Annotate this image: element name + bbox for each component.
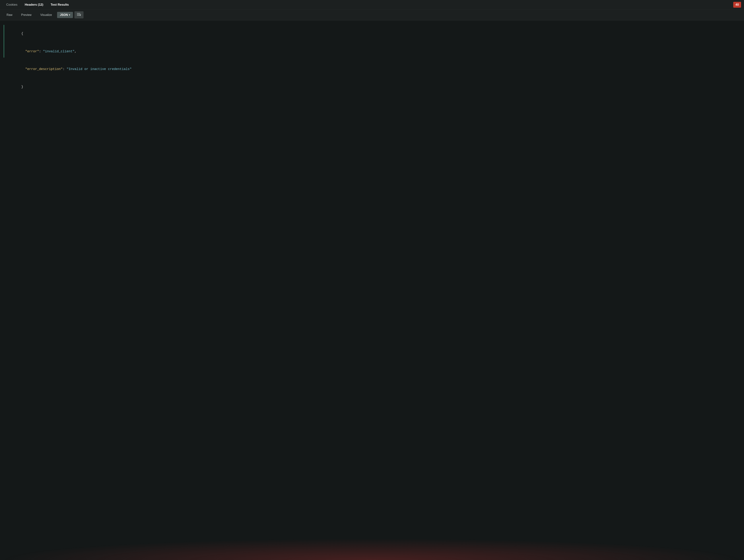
view-toolbar: Raw Preview Visualize JSON ▾ xyxy=(0,9,744,21)
comma-1: , xyxy=(74,50,76,53)
error-desc-key: "error_description" xyxy=(25,67,63,71)
error-description-line: "error_description": "Invalid or inactiv… xyxy=(9,60,740,78)
close-brace: } xyxy=(21,85,23,89)
chevron-down-icon: ▾ xyxy=(69,14,70,16)
tab-headers[interactable]: Headers (12) xyxy=(21,1,46,8)
wrap-icon xyxy=(77,13,81,17)
json-code-content: { "error": "invalid_client", "error_desc… xyxy=(7,25,740,96)
json-label: JSON xyxy=(60,13,68,16)
status-badge: 40 xyxy=(733,2,741,8)
visualize-button[interactable]: Visualize xyxy=(37,12,55,18)
top-tab-bar: Cookies Headers (12) Test Results 40 xyxy=(0,0,744,9)
error-desc-value: "Invalid or inactive credentials" xyxy=(67,67,132,71)
error-value: "invalid_client" xyxy=(43,50,75,53)
tab-test-results[interactable]: Test Results xyxy=(47,1,72,8)
tab-cookies[interactable]: Cookies xyxy=(3,1,21,8)
json-dropdown-button[interactable]: JSON ▾ xyxy=(57,12,73,18)
colon-2: : xyxy=(63,67,67,71)
raw-button[interactable]: Raw xyxy=(3,12,16,18)
error-line: "error": "invalid_client", xyxy=(9,42,740,60)
error-key: "error" xyxy=(25,50,39,53)
preview-button[interactable]: Preview xyxy=(17,12,35,18)
line-indicator xyxy=(4,25,4,57)
json-response-area: { "error": "invalid_client", "error_desc… xyxy=(0,21,744,560)
colon-1: : xyxy=(39,50,43,53)
open-brace-line: { xyxy=(9,25,740,42)
close-brace-line: } xyxy=(9,78,740,96)
open-brace: { xyxy=(21,32,23,35)
wrap-button[interactable] xyxy=(74,11,83,18)
